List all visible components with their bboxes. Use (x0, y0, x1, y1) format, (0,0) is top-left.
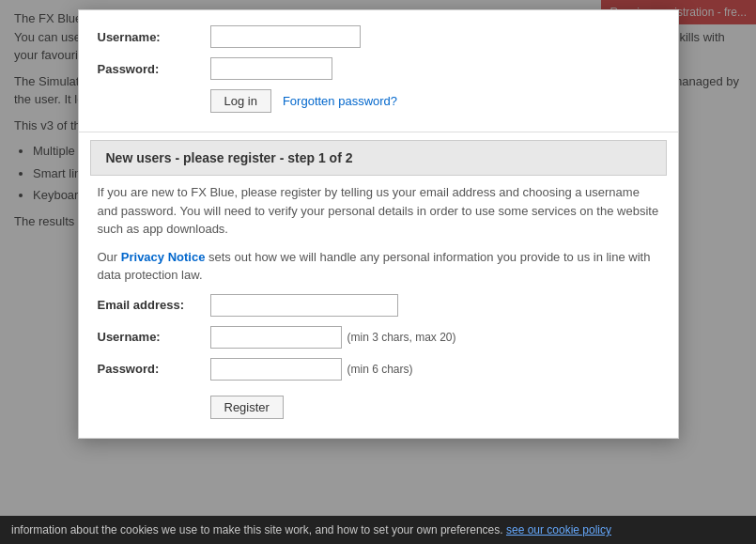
username-row: Username: (98, 25, 659, 48)
username-label: Username: (98, 30, 210, 44)
email-label: Email address: (98, 298, 210, 312)
cookie-policy-link[interactable]: see our cookie policy (506, 523, 611, 536)
password-row: Password: (98, 57, 659, 80)
forgotten-password-link[interactable]: Forgotten password? (283, 94, 397, 108)
reg-username-label: Username: (98, 330, 210, 344)
register-body: If you are new to FX Blue, please regist… (79, 183, 678, 438)
login-section: Username: Password: Log in Forgotten pas… (79, 10, 678, 132)
register-text-2-prefix: Our (98, 250, 121, 264)
modal-overlay: Username: Password: Log in Forgotten pas… (0, 0, 756, 544)
reg-password-label: Password: (98, 362, 210, 376)
password-hint: (min 6 chars) (347, 363, 413, 376)
login-username-input[interactable] (210, 25, 361, 48)
register-username-input[interactable] (210, 326, 342, 349)
reg-password-row: Password: (min 6 chars) (98, 358, 659, 381)
register-text-2: Our Privacy Notice sets out how we will … (98, 248, 659, 285)
privacy-notice-link[interactable]: Privacy Notice (121, 250, 206, 264)
username-hint: (min 3 chars, max 20) (347, 331, 456, 344)
register-password-input[interactable] (210, 358, 342, 381)
reg-username-row: Username: (min 3 chars, max 20) (98, 326, 659, 349)
cookie-text: information about the cookies we use to … (11, 523, 503, 536)
login-button[interactable]: Log in (210, 89, 271, 113)
login-password-input[interactable] (210, 57, 332, 80)
password-label: Password: (98, 62, 210, 76)
register-section: New users - please register - step 1 of … (79, 140, 678, 438)
email-row: Email address: (98, 294, 659, 317)
login-actions: Log in Forgotten password? (210, 89, 659, 113)
register-header: New users - please register - step 1 of … (90, 140, 667, 176)
cookie-bar: information about the cookies we use to … (0, 516, 756, 544)
modal-dialog: Username: Password: Log in Forgotten pas… (78, 9, 679, 439)
register-button[interactable]: Register (210, 396, 284, 419)
register-email-input[interactable] (210, 294, 398, 317)
register-text-1: If you are new to FX Blue, please regist… (98, 183, 659, 239)
